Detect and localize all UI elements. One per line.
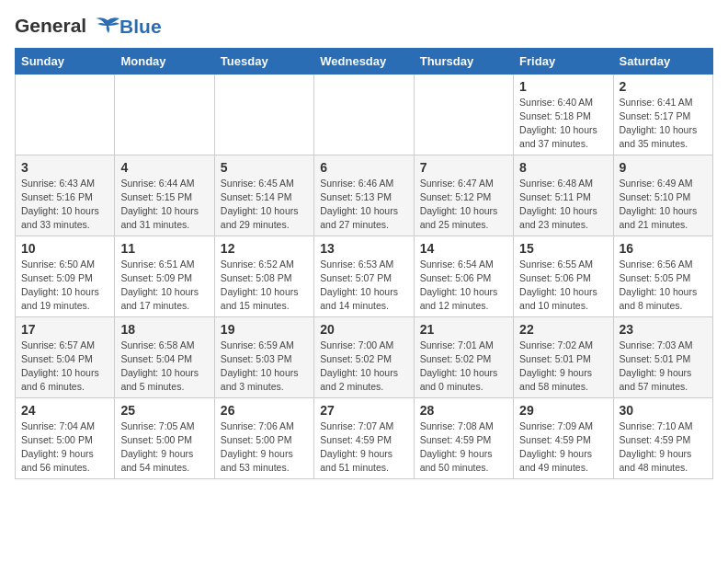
calendar-cell [115, 75, 214, 155]
calendar-week-row: 3Sunrise: 6:43 AM Sunset: 5:16 PM Daylig… [16, 155, 713, 236]
day-info: Sunrise: 7:02 AM Sunset: 5:01 PM Dayligh… [519, 339, 607, 393]
column-header-saturday: Saturday [613, 49, 712, 75]
day-info: Sunrise: 6:54 AM Sunset: 5:06 PM Dayligh… [420, 258, 507, 312]
day-number: 29 [519, 403, 607, 418]
day-number: 3 [21, 160, 108, 175]
day-info: Sunrise: 6:44 AM Sunset: 5:15 PM Dayligh… [120, 177, 208, 231]
day-info: Sunrise: 7:04 AM Sunset: 5:00 PM Dayligh… [21, 419, 108, 474]
calendar-cell [16, 75, 115, 155]
calendar-cell: 28Sunrise: 7:08 AM Sunset: 4:59 PM Dayli… [414, 398, 513, 479]
day-info: Sunrise: 6:48 AM Sunset: 5:11 PM Dayligh… [519, 177, 607, 231]
day-number: 22 [519, 322, 607, 337]
page-header: General Blue [15, 15, 713, 37]
calendar-cell: 1Sunrise: 6:40 AM Sunset: 5:18 PM Daylig… [514, 75, 613, 155]
column-header-friday: Friday [514, 49, 613, 75]
day-number: 25 [120, 403, 208, 418]
day-info: Sunrise: 7:07 AM Sunset: 4:59 PM Dayligh… [320, 419, 407, 474]
day-number: 14 [420, 241, 507, 256]
day-number: 15 [519, 241, 607, 256]
day-number: 2 [620, 79, 707, 94]
day-number: 11 [120, 241, 208, 256]
day-number: 1 [519, 79, 607, 94]
calendar-cell: 20Sunrise: 7:00 AM Sunset: 5:02 PM Dayli… [314, 317, 414, 398]
day-number: 7 [420, 160, 507, 175]
day-info: Sunrise: 6:49 AM Sunset: 5:10 PM Dayligh… [620, 177, 707, 231]
day-info: Sunrise: 6:45 AM Sunset: 5:14 PM Dayligh… [221, 177, 308, 231]
day-number: 19 [221, 322, 308, 337]
day-info: Sunrise: 7:10 AM Sunset: 4:59 PM Dayligh… [620, 419, 707, 474]
day-info: Sunrise: 6:57 AM Sunset: 5:04 PM Dayligh… [21, 339, 108, 393]
column-header-wednesday: Wednesday [314, 49, 414, 75]
day-info: Sunrise: 6:53 AM Sunset: 5:07 PM Dayligh… [320, 258, 407, 312]
calendar-cell: 30Sunrise: 7:10 AM Sunset: 4:59 PM Dayli… [613, 398, 712, 479]
calendar-cell: 8Sunrise: 6:48 AM Sunset: 5:11 PM Daylig… [514, 155, 613, 236]
day-number: 17 [21, 322, 108, 337]
calendar-cell: 17Sunrise: 6:57 AM Sunset: 5:04 PM Dayli… [16, 317, 115, 398]
calendar-table: SundayMondayTuesdayWednesdayThursdayFrid… [15, 48, 713, 479]
day-number: 21 [420, 322, 507, 337]
calendar-cell: 24Sunrise: 7:04 AM Sunset: 5:00 PM Dayli… [16, 398, 115, 479]
calendar-cell: 18Sunrise: 6:58 AM Sunset: 5:04 PM Dayli… [115, 317, 214, 398]
calendar-week-row: 17Sunrise: 6:57 AM Sunset: 5:04 PM Dayli… [16, 317, 713, 398]
day-number: 18 [120, 322, 208, 337]
calendar-week-row: 10Sunrise: 6:50 AM Sunset: 5:09 PM Dayli… [16, 236, 713, 317]
day-info: Sunrise: 6:52 AM Sunset: 5:08 PM Dayligh… [221, 258, 308, 312]
calendar-cell: 22Sunrise: 7:02 AM Sunset: 5:01 PM Dayli… [514, 317, 613, 398]
day-info: Sunrise: 6:47 AM Sunset: 5:12 PM Dayligh… [420, 177, 507, 231]
calendar-cell: 23Sunrise: 7:03 AM Sunset: 5:01 PM Dayli… [613, 317, 712, 398]
column-header-sunday: Sunday [16, 49, 115, 75]
calendar-cell [214, 75, 313, 155]
day-number: 24 [21, 403, 108, 418]
day-number: 8 [519, 160, 607, 175]
logo-bird-icon [94, 17, 121, 37]
calendar-cell [314, 75, 414, 155]
calendar-cell: 6Sunrise: 6:46 AM Sunset: 5:13 PM Daylig… [314, 155, 414, 236]
day-info: Sunrise: 6:55 AM Sunset: 5:06 PM Dayligh… [519, 258, 607, 312]
day-info: Sunrise: 7:08 AM Sunset: 4:59 PM Dayligh… [420, 419, 507, 474]
day-info: Sunrise: 7:05 AM Sunset: 5:00 PM Dayligh… [120, 419, 208, 474]
calendar-cell: 11Sunrise: 6:51 AM Sunset: 5:09 PM Dayli… [115, 236, 214, 317]
day-number: 10 [21, 241, 108, 256]
column-header-tuesday: Tuesday [214, 49, 313, 75]
day-number: 4 [120, 160, 208, 175]
calendar-cell: 2Sunrise: 6:41 AM Sunset: 5:17 PM Daylig… [613, 75, 712, 155]
calendar-cell: 7Sunrise: 6:47 AM Sunset: 5:12 PM Daylig… [414, 155, 513, 236]
calendar-cell: 14Sunrise: 6:54 AM Sunset: 5:06 PM Dayli… [414, 236, 513, 317]
day-info: Sunrise: 6:40 AM Sunset: 5:18 PM Dayligh… [519, 96, 607, 150]
day-number: 28 [420, 403, 507, 418]
day-info: Sunrise: 6:41 AM Sunset: 5:17 PM Dayligh… [620, 96, 707, 150]
calendar-cell: 29Sunrise: 7:09 AM Sunset: 4:59 PM Dayli… [514, 398, 613, 479]
day-number: 30 [620, 403, 707, 418]
calendar-week-row: 1Sunrise: 6:40 AM Sunset: 5:18 PM Daylig… [16, 75, 713, 155]
day-info: Sunrise: 7:09 AM Sunset: 4:59 PM Dayligh… [519, 419, 607, 474]
calendar-cell: 16Sunrise: 6:56 AM Sunset: 5:05 PM Dayli… [613, 236, 712, 317]
calendar-header-row: SundayMondayTuesdayWednesdayThursdayFrid… [16, 49, 713, 75]
day-number: 5 [221, 160, 308, 175]
day-info: Sunrise: 7:00 AM Sunset: 5:02 PM Dayligh… [320, 339, 407, 393]
day-number: 13 [320, 241, 407, 256]
calendar-cell: 21Sunrise: 7:01 AM Sunset: 5:02 PM Dayli… [414, 317, 513, 398]
day-info: Sunrise: 6:50 AM Sunset: 5:09 PM Dayligh… [21, 258, 108, 312]
calendar-cell: 10Sunrise: 6:50 AM Sunset: 5:09 PM Dayli… [16, 236, 115, 317]
day-info: Sunrise: 6:56 AM Sunset: 5:05 PM Dayligh… [620, 258, 707, 312]
day-number: 23 [620, 322, 707, 337]
day-number: 20 [320, 322, 407, 337]
calendar-cell: 25Sunrise: 7:05 AM Sunset: 5:00 PM Dayli… [115, 398, 214, 479]
calendar-cell: 3Sunrise: 6:43 AM Sunset: 5:16 PM Daylig… [16, 155, 115, 236]
day-number: 16 [620, 241, 707, 256]
day-number: 9 [620, 160, 707, 175]
logo-line2: Blue [119, 16, 162, 37]
day-number: 27 [320, 403, 407, 418]
calendar-cell: 19Sunrise: 6:59 AM Sunset: 5:03 PM Dayli… [214, 317, 313, 398]
calendar-cell: 4Sunrise: 6:44 AM Sunset: 5:15 PM Daylig… [115, 155, 214, 236]
day-info: Sunrise: 6:51 AM Sunset: 5:09 PM Dayligh… [120, 258, 208, 312]
calendar-cell: 5Sunrise: 6:45 AM Sunset: 5:14 PM Daylig… [214, 155, 313, 236]
logo-line1: General [15, 15, 86, 36]
calendar-cell: 9Sunrise: 6:49 AM Sunset: 5:10 PM Daylig… [613, 155, 712, 236]
day-info: Sunrise: 6:46 AM Sunset: 5:13 PM Dayligh… [320, 177, 407, 231]
calendar-cell: 12Sunrise: 6:52 AM Sunset: 5:08 PM Dayli… [214, 236, 313, 317]
column-header-thursday: Thursday [414, 49, 513, 75]
day-number: 6 [320, 160, 407, 175]
calendar-cell [414, 75, 513, 155]
day-info: Sunrise: 7:01 AM Sunset: 5:02 PM Dayligh… [420, 339, 507, 393]
